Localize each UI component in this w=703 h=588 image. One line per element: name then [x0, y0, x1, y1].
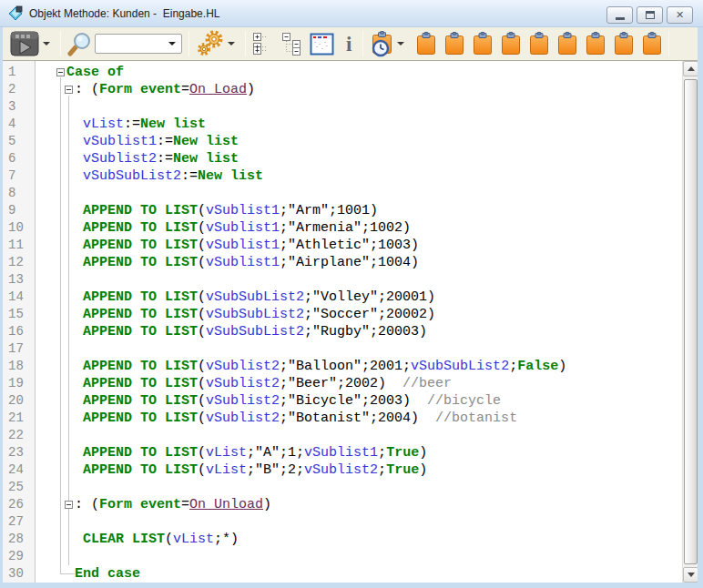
- code-token: ;"Volley";20001): [304, 289, 435, 305]
- macros-button[interactable]: [310, 33, 334, 56]
- code-line-25[interactable]: [66, 479, 83, 496]
- code-line-13[interactable]: [66, 271, 83, 289]
- code-token: ;"Botanist";2004): [280, 411, 419, 426]
- code-token: (: [198, 376, 206, 391]
- run-method-button[interactable]: [9, 31, 40, 56]
- code-token: (: [198, 359, 206, 374]
- scroll-up-icon: [688, 66, 695, 71]
- code-token: APPEND TO LIST: [83, 307, 198, 322]
- maximize-button[interactable]: [637, 6, 663, 24]
- code-token: ;"Arm";1001): [280, 203, 378, 218]
- code-line-21[interactable]: APPEND TO LIST(vSublist2;"Botanist";2004…: [66, 410, 517, 427]
- code-token: vSublist1: [206, 220, 280, 236]
- line-number: 19: [8, 375, 24, 392]
- clipboard-icon: [614, 32, 634, 56]
- settings-button[interactable]: [196, 30, 225, 57]
- code-line-16[interactable]: APPEND TO LIST(vSubSubList2;"Rugby";2000…: [66, 323, 427, 340]
- clock-clipboard-button[interactable]: [370, 31, 394, 57]
- code-line-6[interactable]: vSublist2:=New list: [66, 150, 239, 167]
- code-line-19[interactable]: APPEND TO LIST(vSublist2;"Beer";2002) //…: [66, 375, 452, 392]
- code-token: ): [558, 359, 566, 374]
- code-line-28[interactable]: CLEAR LIST(vList;*): [66, 531, 239, 548]
- code-token: APPEND TO LIST: [83, 238, 198, 253]
- code-token: vSubSubList2: [206, 307, 304, 322]
- code-line-18[interactable]: APPEND TO LIST(vSublist2;"Balloon";2001;…: [66, 358, 566, 375]
- clipboard-button-5[interactable]: [529, 32, 549, 56]
- code-token: vSublist2: [304, 462, 378, 478]
- search-button[interactable]: [67, 32, 92, 56]
- code-line-14[interactable]: APPEND TO LIST(vSubSubList2;"Volley";200…: [66, 289, 435, 306]
- expand-all-button[interactable]: [252, 32, 275, 56]
- code-token: True: [386, 462, 419, 478]
- code-token: =: [181, 82, 189, 97]
- fold-toggle[interactable]: [65, 86, 73, 94]
- code-line-23[interactable]: APPEND TO LIST(vList;"A";1;vSublist1;Tru…: [66, 444, 427, 461]
- code-line-9[interactable]: APPEND TO LIST(vSublist1;"Arm";1001): [66, 202, 378, 219]
- code-line-1[interactable]: Case of: [66, 64, 124, 81]
- code-line-17[interactable]: [66, 340, 83, 358]
- code-line-30[interactable]: End case: [66, 565, 140, 583]
- run-dropdown-arrow[interactable]: [43, 42, 50, 46]
- clock-dropdown-arrow[interactable]: [397, 42, 404, 46]
- code-line-10[interactable]: APPEND TO LIST(vSublist1;"Armenia";1002): [66, 219, 411, 237]
- code-line-4[interactable]: vList:=New list: [66, 116, 206, 133]
- code-line-12[interactable]: APPEND TO LIST(vSublist1;"Airplane";1004…: [66, 254, 419, 271]
- fold-toggle[interactable]: [56, 68, 65, 76]
- code-token: vSublist1: [83, 134, 157, 149]
- code-token: :=: [157, 134, 173, 149]
- code-line-8[interactable]: [66, 185, 83, 202]
- clipboard-button-7[interactable]: [586, 32, 606, 56]
- vertical-scrollbar[interactable]: [682, 61, 698, 583]
- code-line-15[interactable]: APPEND TO LIST(vSubSubList2;"Soccer";200…: [66, 306, 435, 323]
- code-line-11[interactable]: APPEND TO LIST(vSublist1;"Athletic";1003…: [66, 237, 419, 254]
- code-token: APPEND TO LIST: [83, 445, 198, 461]
- clipboard-button-8[interactable]: [614, 32, 634, 56]
- close-button[interactable]: ✕: [667, 6, 693, 24]
- code-token: Form event: [99, 82, 181, 97]
- collapse-all-button[interactable]: [281, 32, 304, 56]
- scroll-down-button[interactable]: [683, 567, 698, 583]
- minimize-icon: [616, 17, 625, 20]
- code-token: ;"Beer";2002): [280, 376, 386, 391]
- clipboard-button-3[interactable]: [473, 32, 493, 56]
- clipboard-icon: [586, 32, 606, 56]
- toolbar-separator: [245, 31, 246, 56]
- collapse-all-icon: [281, 32, 304, 56]
- code-line-26[interactable]: : (Form event=On Unload): [66, 496, 271, 513]
- code-line-3[interactable]: [66, 98, 83, 116]
- settings-dropdown-arrow[interactable]: [228, 42, 235, 46]
- code-line-22[interactable]: [66, 427, 83, 444]
- search-combo[interactable]: [95, 34, 182, 54]
- line-number: 12: [8, 254, 24, 271]
- clipboard-icon: [501, 32, 521, 56]
- minimize-button[interactable]: [606, 6, 633, 24]
- clipboard-buttons: [416, 32, 662, 56]
- clipboard-button-2[interactable]: [444, 32, 464, 56]
- titlebar[interactable]: Objekt Methode: Kunden - Eingabe.HL ✕: [0, 0, 703, 27]
- info-button[interactable]: i: [341, 34, 356, 55]
- code-editor[interactable]: 1234567891011121314151617181920212223242…: [3, 61, 698, 583]
- code-token: APPEND TO LIST: [83, 411, 198, 426]
- clipboard-button-1[interactable]: [416, 32, 436, 56]
- line-number: 8: [8, 185, 15, 202]
- code-line-5[interactable]: vSublist1:=New list: [66, 133, 239, 150]
- code-line-7[interactable]: vSubSubList2:=New list: [66, 167, 263, 185]
- code-token: vSublist2: [83, 151, 157, 167]
- fold-toggle[interactable]: [65, 501, 73, 509]
- code-line-29[interactable]: [66, 548, 83, 565]
- clipboard-button-6[interactable]: [557, 32, 577, 56]
- clipboard-button-4[interactable]: [501, 32, 521, 56]
- code-line-20[interactable]: APPEND TO LIST(vSublist2;"Bicycle";2003)…: [66, 392, 501, 410]
- code-line-24[interactable]: APPEND TO LIST(vList;"B";2;vSublist2;Tru…: [66, 461, 427, 479]
- code-line-2[interactable]: : (Form event=On Load): [66, 81, 255, 98]
- code-line-27[interactable]: [66, 513, 83, 531]
- line-number: 17: [8, 340, 24, 358]
- code-token: APPEND TO LIST: [83, 255, 198, 270]
- code-token: ;"A";1;: [247, 445, 304, 461]
- code-token: vSublist2: [206, 411, 280, 426]
- clipboard-button-9[interactable]: [642, 32, 662, 56]
- line-number: 30: [8, 565, 24, 583]
- scrollbar-thumb[interactable]: [684, 79, 698, 564]
- line-number: 16: [8, 323, 24, 340]
- scroll-up-button[interactable]: [683, 61, 698, 76]
